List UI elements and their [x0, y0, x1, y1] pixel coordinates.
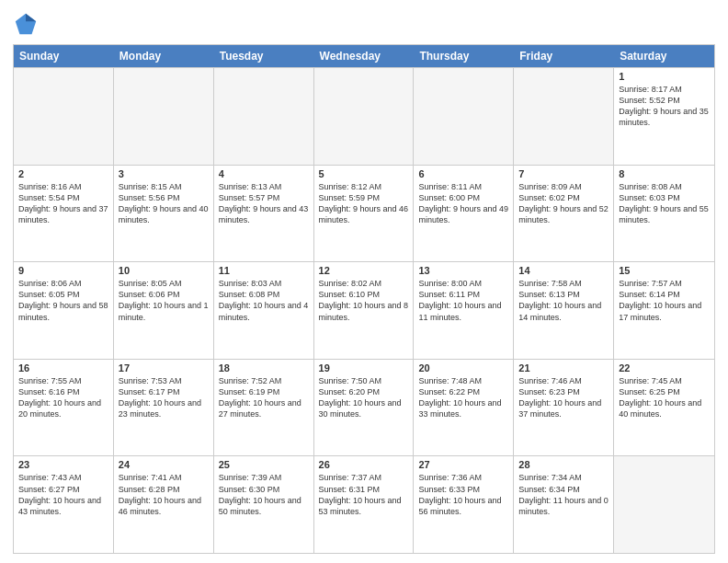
day-number: 27 — [418, 459, 508, 470]
weekday-header-tuesday: Tuesday — [214, 45, 314, 67]
day-number: 6 — [418, 168, 508, 179]
day-cell-22: 22Sunrise: 7:45 AM Sunset: 6:25 PM Dayli… — [614, 360, 714, 456]
empty-cell-0-2 — [214, 68, 314, 165]
empty-cell-0-4 — [414, 68, 514, 165]
day-info: Sunrise: 8:00 AM Sunset: 6:11 PM Dayligh… — [418, 278, 508, 323]
day-number: 12 — [319, 265, 409, 276]
day-cell-7: 7Sunrise: 8:09 AM Sunset: 6:02 PM Daylig… — [514, 166, 614, 262]
day-info: Sunrise: 7:36 AM Sunset: 6:33 PM Dayligh… — [418, 472, 508, 517]
day-cell-23: 23Sunrise: 7:43 AM Sunset: 6:27 PM Dayli… — [14, 456, 114, 553]
day-info: Sunrise: 8:03 AM Sunset: 6:08 PM Dayligh… — [219, 278, 309, 323]
day-cell-24: 24Sunrise: 7:41 AM Sunset: 6:28 PM Dayli… — [114, 456, 214, 553]
day-info: Sunrise: 7:39 AM Sunset: 6:30 PM Dayligh… — [219, 472, 309, 517]
day-cell-25: 25Sunrise: 7:39 AM Sunset: 6:30 PM Dayli… — [214, 456, 314, 553]
day-cell-1: 1Sunrise: 8:17 AM Sunset: 5:52 PM Daylig… — [614, 68, 714, 165]
calendar-row-4: 16Sunrise: 7:55 AM Sunset: 6:16 PM Dayli… — [14, 359, 714, 456]
day-number: 24 — [119, 459, 209, 470]
day-cell-28: 28Sunrise: 7:34 AM Sunset: 6:34 PM Dayli… — [514, 456, 614, 553]
calendar-header: SundayMondayTuesdayWednesdayThursdayFrid… — [14, 45, 714, 67]
day-number: 16 — [18, 362, 108, 373]
day-info: Sunrise: 7:48 AM Sunset: 6:22 PM Dayligh… — [418, 375, 508, 420]
calendar-body: 1Sunrise: 8:17 AM Sunset: 5:52 PM Daylig… — [14, 67, 714, 553]
day-info: Sunrise: 7:34 AM Sunset: 6:34 PM Dayligh… — [518, 472, 609, 517]
day-info: Sunrise: 7:41 AM Sunset: 6:28 PM Dayligh… — [119, 472, 209, 517]
weekday-header-saturday: Saturday — [614, 45, 714, 67]
weekday-header-thursday: Thursday — [414, 45, 514, 67]
day-number: 14 — [518, 265, 609, 276]
day-info: Sunrise: 7:50 AM Sunset: 6:20 PM Dayligh… — [319, 375, 409, 420]
day-number: 25 — [219, 459, 309, 470]
day-number: 13 — [418, 265, 508, 276]
weekday-header-wednesday: Wednesday — [314, 45, 415, 67]
day-info: Sunrise: 7:53 AM Sunset: 6:17 PM Dayligh… — [119, 375, 209, 420]
day-cell-13: 13Sunrise: 8:00 AM Sunset: 6:11 PM Dayli… — [414, 262, 514, 359]
empty-cell-4-6 — [614, 456, 714, 553]
day-cell-18: 18Sunrise: 7:52 AM Sunset: 6:19 PM Dayli… — [214, 360, 314, 456]
header — [13, 11, 715, 37]
day-cell-10: 10Sunrise: 8:05 AM Sunset: 6:06 PM Dayli… — [114, 262, 214, 359]
day-info: Sunrise: 8:06 AM Sunset: 6:05 PM Dayligh… — [18, 278, 108, 323]
day-cell-8: 8Sunrise: 8:08 AM Sunset: 6:03 PM Daylig… — [614, 166, 714, 262]
day-info: Sunrise: 7:57 AM Sunset: 6:14 PM Dayligh… — [619, 278, 710, 323]
day-cell-19: 19Sunrise: 7:50 AM Sunset: 6:20 PM Dayli… — [314, 360, 415, 456]
day-cell-4: 4Sunrise: 8:13 AM Sunset: 5:57 PM Daylig… — [214, 166, 314, 262]
day-cell-12: 12Sunrise: 8:02 AM Sunset: 6:10 PM Dayli… — [314, 262, 415, 359]
day-info: Sunrise: 8:11 AM Sunset: 6:00 PM Dayligh… — [418, 181, 508, 226]
empty-cell-0-0 — [14, 68, 114, 165]
day-number: 21 — [518, 362, 609, 373]
weekday-header-friday: Friday — [514, 45, 614, 67]
day-info: Sunrise: 8:17 AM Sunset: 5:52 PM Dayligh… — [619, 84, 710, 129]
day-cell-5: 5Sunrise: 8:12 AM Sunset: 5:59 PM Daylig… — [314, 166, 415, 262]
day-number: 7 — [518, 168, 609, 179]
day-number: 4 — [219, 168, 309, 179]
day-cell-16: 16Sunrise: 7:55 AM Sunset: 6:16 PM Dayli… — [14, 360, 114, 456]
page: SundayMondayTuesdayWednesdayThursdayFrid… — [0, 0, 728, 563]
day-cell-21: 21Sunrise: 7:46 AM Sunset: 6:23 PM Dayli… — [514, 360, 614, 456]
day-number: 20 — [418, 362, 508, 373]
day-number: 15 — [619, 265, 710, 276]
day-cell-15: 15Sunrise: 7:57 AM Sunset: 6:14 PM Dayli… — [614, 262, 714, 359]
day-cell-9: 9Sunrise: 8:06 AM Sunset: 6:05 PM Daylig… — [14, 262, 114, 359]
day-cell-27: 27Sunrise: 7:36 AM Sunset: 6:33 PM Dayli… — [414, 456, 514, 553]
day-info: Sunrise: 7:46 AM Sunset: 6:23 PM Dayligh… — [518, 375, 609, 420]
weekday-header-sunday: Sunday — [14, 45, 114, 67]
day-number: 17 — [119, 362, 209, 373]
day-number: 11 — [219, 265, 309, 276]
day-info: Sunrise: 8:08 AM Sunset: 6:03 PM Dayligh… — [619, 181, 710, 226]
day-info: Sunrise: 8:05 AM Sunset: 6:06 PM Dayligh… — [119, 278, 209, 323]
day-info: Sunrise: 7:58 AM Sunset: 6:13 PM Dayligh… — [518, 278, 609, 323]
day-number: 9 — [18, 265, 108, 276]
day-number: 18 — [219, 362, 309, 373]
day-number: 3 — [119, 168, 209, 179]
empty-cell-0-1 — [114, 68, 214, 165]
day-number: 10 — [119, 265, 209, 276]
calendar-row-5: 23Sunrise: 7:43 AM Sunset: 6:27 PM Dayli… — [14, 455, 714, 553]
day-info: Sunrise: 8:02 AM Sunset: 6:10 PM Dayligh… — [319, 278, 409, 323]
day-info: Sunrise: 8:12 AM Sunset: 5:59 PM Dayligh… — [319, 181, 409, 226]
day-number: 1 — [619, 71, 710, 82]
day-info: Sunrise: 7:37 AM Sunset: 6:31 PM Dayligh… — [319, 472, 409, 517]
weekday-header-monday: Monday — [114, 45, 214, 67]
day-cell-6: 6Sunrise: 8:11 AM Sunset: 6:00 PM Daylig… — [414, 166, 514, 262]
day-info: Sunrise: 7:45 AM Sunset: 6:25 PM Dayligh… — [619, 375, 710, 420]
day-cell-26: 26Sunrise: 7:37 AM Sunset: 6:31 PM Dayli… — [314, 456, 415, 553]
logo-icon — [13, 11, 39, 37]
day-number: 8 — [619, 168, 710, 179]
calendar-row-2: 2Sunrise: 8:16 AM Sunset: 5:54 PM Daylig… — [14, 165, 714, 262]
day-number: 28 — [518, 459, 609, 470]
day-cell-14: 14Sunrise: 7:58 AM Sunset: 6:13 PM Dayli… — [514, 262, 614, 359]
day-number: 22 — [619, 362, 710, 373]
day-cell-17: 17Sunrise: 7:53 AM Sunset: 6:17 PM Dayli… — [114, 360, 214, 456]
day-info: Sunrise: 8:15 AM Sunset: 5:56 PM Dayligh… — [119, 181, 209, 226]
logo — [13, 11, 42, 37]
svg-marker-1 — [26, 14, 36, 21]
day-cell-20: 20Sunrise: 7:48 AM Sunset: 6:22 PM Dayli… — [414, 360, 514, 456]
calendar: SundayMondayTuesdayWednesdayThursdayFrid… — [13, 44, 715, 554]
day-info: Sunrise: 8:13 AM Sunset: 5:57 PM Dayligh… — [219, 181, 309, 226]
day-cell-11: 11Sunrise: 8:03 AM Sunset: 6:08 PM Dayli… — [214, 262, 314, 359]
day-info: Sunrise: 7:52 AM Sunset: 6:19 PM Dayligh… — [219, 375, 309, 420]
day-cell-2: 2Sunrise: 8:16 AM Sunset: 5:54 PM Daylig… — [14, 166, 114, 262]
day-number: 26 — [319, 459, 409, 470]
calendar-row-1: 1Sunrise: 8:17 AM Sunset: 5:52 PM Daylig… — [14, 67, 714, 165]
empty-cell-0-5 — [514, 68, 614, 165]
